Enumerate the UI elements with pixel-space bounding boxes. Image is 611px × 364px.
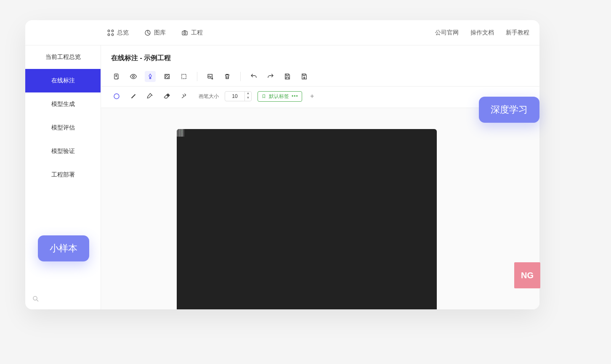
tool-eraser[interactable] — [162, 91, 173, 102]
stepper-down[interactable]: ▼ — [245, 96, 251, 101]
svg-rect-23 — [179, 129, 180, 137]
float-right-label: 深度学习 — [491, 104, 528, 115]
brush-size-stepper[interactable]: 10 ▲ ▼ — [225, 91, 252, 101]
bookmark-icon — [261, 94, 266, 99]
link-tutorial[interactable]: 新手教程 — [506, 29, 529, 37]
brush-size-label: 画笔大小 — [199, 93, 219, 100]
svg-rect-22 — [177, 129, 179, 137]
canvas-area[interactable] — [101, 108, 539, 309]
topnav-left-group: 总览 图库 工程 — [107, 29, 203, 37]
svg-rect-29 — [182, 129, 183, 137]
tool-save[interactable] — [282, 71, 293, 82]
sidebar-item-deploy[interactable]: 工程部署 — [25, 163, 101, 187]
sidebar-item-overview[interactable]: 当前工程总览 — [25, 45, 101, 69]
ng-status-badge: NG — [514, 262, 540, 288]
sidebar-item-model-gen[interactable]: 模型生成 — [25, 92, 101, 116]
tool-undo[interactable] — [248, 71, 259, 82]
sidebar-search[interactable] — [25, 290, 101, 309]
svg-point-0 — [108, 30, 110, 32]
top-navigation: 总览 图库 工程 公司官网 操作文档 新手教程 — [25, 20, 539, 45]
svg-rect-26 — [181, 129, 181, 137]
svg-point-2 — [108, 34, 110, 36]
toolbar-row2: 画笔大小 10 ▲ ▼ 默认标签 ••• + — [101, 87, 539, 108]
sidebar-item-model-eval[interactable]: 模型评估 — [25, 116, 101, 140]
tool-delete[interactable] — [222, 71, 233, 82]
add-tag-button[interactable]: + — [308, 92, 316, 100]
toolbar-row1 — [101, 69, 539, 87]
tool-redo[interactable] — [265, 71, 276, 82]
svg-rect-31 — [183, 129, 184, 137]
svg-point-6 — [184, 32, 186, 34]
main-panel: 在线标注 - 示例工程 — [101, 45, 539, 309]
link-docs[interactable]: 操作文档 — [470, 29, 494, 37]
topnav-gallery-label: 图库 — [154, 29, 166, 37]
topnav-project[interactable]: 工程 — [181, 29, 203, 37]
float-tag-deep-learning: 深度学习 — [479, 97, 539, 123]
svg-point-10 — [133, 76, 135, 78]
tool-lasso[interactable] — [178, 91, 189, 102]
tool-highlight[interactable] — [145, 71, 156, 82]
svg-rect-30 — [182, 129, 183, 137]
search-icon — [32, 295, 40, 303]
sidebar-item-model-verify[interactable]: 模型验证 — [25, 140, 101, 163]
svg-point-7 — [33, 296, 37, 300]
tag-label: 默认标签 — [269, 93, 289, 100]
svg-rect-25 — [180, 129, 181, 137]
svg-point-9 — [116, 75, 117, 76]
sidebar-item-annotate[interactable]: 在线标注 — [25, 69, 101, 92]
ng-label: NG — [521, 271, 534, 280]
float-tag-small-sample: 小样本 — [38, 235, 89, 261]
svg-rect-5 — [182, 31, 187, 35]
stepper-buttons: ▲ ▼ — [244, 92, 251, 101]
topnav-overview-label: 总览 — [117, 29, 129, 37]
svg-point-14 — [114, 94, 119, 99]
tool-circle[interactable] — [111, 91, 122, 102]
default-tag-chip[interactable]: 默认标签 ••• — [258, 91, 302, 102]
svg-rect-12 — [182, 74, 186, 79]
svg-rect-24 — [179, 129, 180, 137]
sidebar-item-label: 模型评估 — [51, 124, 75, 132]
tool-hatch[interactable] — [162, 71, 173, 82]
sidebar-item-label: 工程部署 — [51, 171, 75, 179]
svg-point-1 — [112, 30, 114, 32]
float-left-label: 小样本 — [50, 243, 77, 253]
sidebar-item-label: 在线标注 — [51, 77, 75, 84]
topnav-right-group: 公司官网 操作文档 新手教程 — [435, 29, 529, 37]
tag-more-icon[interactable]: ••• — [292, 93, 298, 99]
svg-point-3 — [112, 34, 114, 36]
link-company[interactable]: 公司官网 — [435, 29, 459, 37]
tool-pen[interactable] — [145, 91, 156, 102]
app-body: 当前工程总览 在线标注 模型生成 模型评估 模型验证 工程部署 — [25, 45, 539, 309]
tool-rect[interactable] — [178, 71, 189, 82]
topnav-overview[interactable]: 总览 — [107, 29, 129, 37]
grid-icon — [107, 29, 114, 37]
page-title: 在线标注 - 示例工程 — [101, 45, 539, 69]
tool-export[interactable] — [299, 71, 310, 82]
sidebar-item-label: 模型验证 — [51, 148, 75, 155]
topnav-gallery[interactable]: 图库 — [144, 29, 166, 37]
topnav-project-label: 工程 — [191, 29, 203, 37]
camera-icon — [181, 29, 189, 37]
svg-point-40 — [182, 131, 183, 132]
tool-save-page[interactable] — [111, 71, 122, 82]
toolbar-separator — [197, 72, 197, 81]
sidebar: 当前工程总览 在线标注 模型生成 模型评估 模型验证 工程部署 — [25, 45, 101, 309]
sample-image[interactable] — [177, 129, 437, 309]
pie-icon — [144, 29, 151, 37]
brush-size-value: 10 — [225, 93, 244, 99]
app-window: 总览 图库 工程 公司官网 操作文档 新手教程 当前工程总览 — [25, 20, 539, 309]
sidebar-item-label: 当前工程总览 — [45, 53, 81, 61]
tool-image-remove[interactable] — [205, 71, 216, 82]
sidebar-item-label: 模型生成 — [51, 100, 75, 108]
tool-visibility[interactable] — [128, 71, 139, 82]
tool-line[interactable] — [128, 91, 139, 102]
toolbar-separator — [240, 72, 241, 81]
